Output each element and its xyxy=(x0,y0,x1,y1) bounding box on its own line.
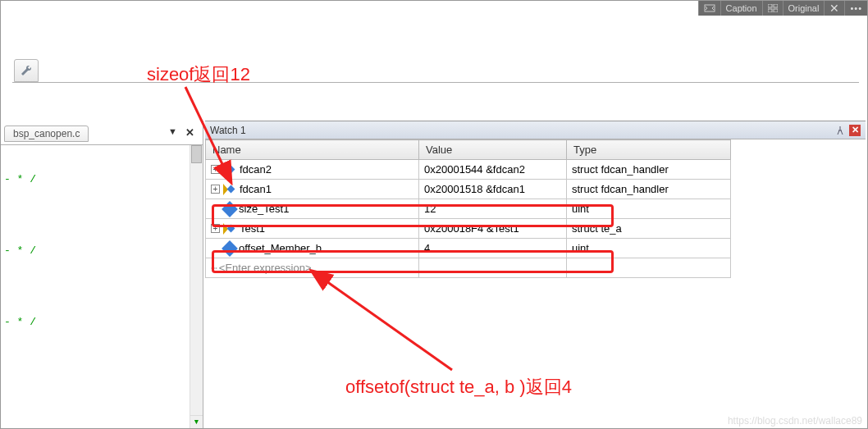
editor-pane: bsp_canopen.c ▼ ✕ - * / - * / - * / ▾ xyxy=(1,121,203,428)
col-value[interactable]: Value xyxy=(419,140,567,160)
col-type[interactable]: Type xyxy=(567,140,731,160)
expand-button[interactable]: + xyxy=(211,185,220,194)
watch-row[interactable]: +fdcan10x20001518 &fdcan1struct fdcan_ha… xyxy=(206,180,731,199)
annotation-offsetof-text: offsetof(struct te_a, b )返回4 xyxy=(345,375,572,399)
watch-value: 12 xyxy=(419,199,567,219)
watch-value: 0x20001544 &fdcan2 xyxy=(419,160,567,180)
watch-table: Name Value Type +fdcan20x20001544 &fdcan… xyxy=(205,139,731,278)
watch-panel-title: Watch 1 xyxy=(210,125,246,136)
svg-rect-4 xyxy=(774,9,778,12)
close-button[interactable]: ✕ xyxy=(824,1,844,16)
svg-rect-1 xyxy=(768,4,772,7)
enter-expression-text: <Enter expression> xyxy=(219,262,312,274)
struct-icon xyxy=(223,164,236,176)
code-fragment: - * / xyxy=(4,244,36,257)
annotation-sizeof-text: sizeof返回12 xyxy=(147,62,250,87)
ide-toolbar xyxy=(12,58,859,83)
code-fragment: - * / xyxy=(4,316,36,328)
tab-close-icon[interactable]: ✕ xyxy=(185,126,194,139)
variable-icon xyxy=(222,240,238,257)
variable-icon xyxy=(222,201,238,217)
expand-button[interactable] xyxy=(698,1,720,16)
watch-name: fdcan2 xyxy=(240,163,272,176)
watch-row[interactable]: +Test10x200018F4 &Test1struct te_a xyxy=(206,219,731,239)
original-button[interactable]: Original xyxy=(783,1,825,16)
thumbnails-button[interactable] xyxy=(762,1,783,16)
watch-panel-titlebar[interactable]: Watch 1 ✕ xyxy=(205,121,866,139)
watch-row[interactable]: offset_Member_b4uint xyxy=(206,239,731,258)
svg-rect-3 xyxy=(768,9,772,12)
tab-dropdown-icon[interactable]: ▼ xyxy=(168,126,177,139)
wrench-icon xyxy=(20,64,33,77)
more-button[interactable]: ••• xyxy=(844,1,867,16)
expand-button[interactable]: + xyxy=(211,165,220,174)
watch-type: struct te_a xyxy=(567,219,731,239)
watch-row[interactable]: +fdcan20x20001544 &fdcan2struct fdcan_ha… xyxy=(206,160,731,180)
editor-tabbar: bsp_canopen.c ▼ ✕ xyxy=(1,121,203,145)
scroll-down-button[interactable]: ▾ xyxy=(190,415,203,428)
watch-type: struct fdcan_handler xyxy=(567,180,731,199)
image-viewer-toolbar: Caption Original ✕ ••• xyxy=(698,1,867,16)
watch-name: Test1 xyxy=(240,222,265,235)
watch-name: size_Test1 xyxy=(239,203,289,215)
watermark: https://blog.csdn.net/wallace89 xyxy=(728,415,862,427)
caption-button[interactable]: Caption xyxy=(720,1,762,16)
struct-icon xyxy=(223,184,236,195)
enter-expression-row[interactable]: ⋯<Enter expression> xyxy=(206,258,731,278)
col-name[interactable]: Name xyxy=(206,140,419,160)
watch-name: offset_Member_b xyxy=(239,242,322,254)
watch-value: 0x200018F4 &Test1 xyxy=(419,219,567,239)
editor-scrollbar[interactable]: ▾ xyxy=(190,145,203,428)
panel-close-button[interactable]: ✕ xyxy=(849,125,861,136)
expand-button[interactable]: + xyxy=(211,224,220,233)
struct-icon xyxy=(223,223,236,235)
svg-rect-2 xyxy=(774,4,778,7)
code-fragment: - * / xyxy=(4,173,36,185)
pin-button[interactable] xyxy=(834,125,846,136)
watch-type: uint xyxy=(567,239,731,258)
code-editor[interactable]: - * / - * / - * / ▾ xyxy=(1,145,203,428)
svg-rect-0 xyxy=(705,5,715,11)
watch-type: struct fdcan_handler xyxy=(567,160,731,180)
watch-value: 4 xyxy=(419,239,567,258)
watch-type: uint xyxy=(567,199,731,219)
file-tab[interactable]: bsp_canopen.c xyxy=(4,126,89,142)
watch-name: fdcan1 xyxy=(240,183,272,195)
watch-row[interactable]: size_Test112uint xyxy=(206,199,731,219)
configure-button[interactable] xyxy=(14,59,39,82)
watch-value: 0x20001518 &fdcan1 xyxy=(419,180,567,199)
